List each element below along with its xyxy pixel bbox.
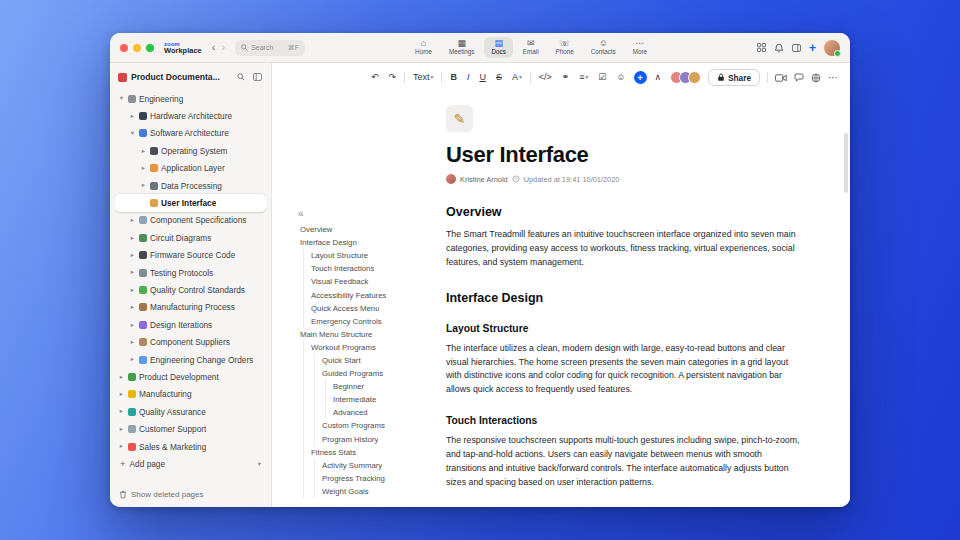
- sidebar-item-manufacturing-process[interactable]: ▸Manufacturing Process: [115, 299, 266, 316]
- sidebar-item-hardware-architecture[interactable]: ▸Hardware Architecture: [115, 107, 266, 124]
- undo-button[interactable]: ↶: [369, 72, 381, 83]
- minimize-button[interactable]: [133, 44, 141, 52]
- chevron-right-icon[interactable]: ▸: [140, 148, 147, 155]
- outline-item-guided-programs[interactable]: Guided Programs: [298, 367, 436, 380]
- tab-home[interactable]: ⌂Home: [408, 37, 439, 57]
- chevron-right-icon[interactable]: ▸: [118, 391, 125, 398]
- close-button[interactable]: [120, 44, 128, 52]
- insert-button[interactable]: +: [634, 71, 647, 84]
- text-style-button[interactable]: Text▾: [411, 72, 435, 83]
- chevron-down-icon[interactable]: ▾: [129, 130, 136, 137]
- sidebar-item-component-suppliers[interactable]: ▸Component Suppliers: [115, 333, 266, 350]
- sidebar-item-circuit-diagrams[interactable]: ▸Circuit Diagrams: [115, 229, 266, 246]
- outline-item-quick-access-menu[interactable]: Quick Access Menu: [298, 302, 436, 315]
- chevron-right-icon[interactable]: ▸: [118, 374, 125, 381]
- chevron-right-icon[interactable]: ▸: [129, 269, 136, 276]
- tab-phone[interactable]: ☏Phone: [549, 37, 581, 57]
- chevron-right-icon[interactable]: ▸: [118, 443, 125, 450]
- chevron-down-icon[interactable]: ▾: [118, 95, 125, 102]
- workspace-header[interactable]: Product Documenta...: [115, 67, 266, 90]
- checklist-button[interactable]: ☑: [596, 72, 608, 83]
- text-color-button[interactable]: A▾: [510, 72, 524, 83]
- chevron-right-icon[interactable]: ▸: [129, 304, 136, 311]
- tab-docs[interactable]: ▤Docs: [484, 37, 512, 57]
- chevron-right-icon[interactable]: ▸: [129, 252, 136, 259]
- collapse-outline-icon[interactable]: «: [298, 209, 304, 219]
- underline-button[interactable]: U: [477, 72, 488, 83]
- chevron-right-icon[interactable]: ▸: [129, 356, 136, 363]
- tab-meetings[interactable]: ▦Meetings: [442, 37, 482, 57]
- video-icon[interactable]: [775, 74, 787, 82]
- sidebar-item-user-interface[interactable]: User Interface: [115, 194, 266, 211]
- link-button[interactable]: ⚭: [560, 72, 572, 83]
- comment-icon[interactable]: [794, 73, 804, 82]
- outline-item-custom-programs[interactable]: Custom Programs: [298, 419, 436, 432]
- more-options-icon[interactable]: ⋯: [828, 73, 838, 83]
- outline-item-overview[interactable]: Overview: [298, 223, 436, 236]
- italic-button[interactable]: I: [465, 72, 472, 83]
- chevron-right-icon[interactable]: ▸: [129, 339, 136, 346]
- chevron-right-icon[interactable]: ▸: [118, 426, 125, 433]
- outline-item-layout-structure[interactable]: Layout Structure: [298, 249, 436, 262]
- outline-item-accessibility-features[interactable]: Accessibility Features: [298, 288, 436, 301]
- sidebar-item-operating-system[interactable]: ▸Operating System: [115, 142, 266, 159]
- chevron-right-icon[interactable]: ▸: [118, 408, 125, 415]
- sidebar-item-software-architecture[interactable]: ▾Software Architecture: [115, 125, 266, 142]
- collapse-toolbar-button[interactable]: ∧: [653, 72, 664, 83]
- chevron-right-icon[interactable]: ▸: [129, 287, 136, 294]
- outline-item-beginner[interactable]: Beginner: [298, 380, 436, 393]
- page-emoji-icon[interactable]: ✎: [446, 105, 473, 132]
- sidebar-item-testing-protocols[interactable]: ▸Testing Protocols: [115, 264, 266, 281]
- chevron-down-icon[interactable]: ▾: [258, 460, 261, 468]
- tab-contacts[interactable]: ☺Contacts: [584, 37, 623, 57]
- forward-button[interactable]: ›: [218, 42, 228, 53]
- sidebar-item-component-specifications[interactable]: ▸Component Specifications: [115, 212, 266, 229]
- redo-button[interactable]: ↷: [387, 72, 399, 83]
- outline-item-main-menu-structure[interactable]: Main Menu Structure: [298, 328, 436, 341]
- chevron-right-icon[interactable]: ▸: [140, 165, 147, 172]
- back-button[interactable]: ‹: [209, 42, 219, 53]
- outline-item-advanced[interactable]: Advanced: [298, 406, 436, 419]
- globe-icon[interactable]: [811, 73, 821, 83]
- share-button[interactable]: Share: [708, 69, 760, 86]
- maximize-button[interactable]: [146, 44, 154, 52]
- apps-grid-icon[interactable]: [757, 43, 766, 52]
- outline-item-fitness-stats[interactable]: Fitness Stats: [298, 446, 436, 459]
- notifications-bell-icon[interactable]: [774, 43, 784, 53]
- strikethrough-button[interactable]: S: [494, 72, 504, 83]
- sidebar-item-firmware-source-code[interactable]: ▸Firmware Source Code: [115, 247, 266, 264]
- sidebar-search-icon[interactable]: [235, 71, 247, 83]
- sidebar-item-customer-support[interactable]: ▸Customer Support: [115, 420, 266, 437]
- sidebar-item-application-layer[interactable]: ▸Application Layer: [115, 160, 266, 177]
- outline-item-visual-feedback[interactable]: Visual Feedback: [298, 275, 436, 288]
- tab-more[interactable]: ⋯More: [626, 37, 654, 57]
- sidebar-item-design-iterations[interactable]: ▸Design Iterations: [115, 316, 266, 333]
- outline-item-emergency-controls[interactable]: Emergency Controls: [298, 315, 436, 328]
- chevron-right-icon[interactable]: ▸: [129, 113, 136, 120]
- chevron-right-icon[interactable]: ▸: [129, 322, 136, 329]
- sidebar-item-engineering[interactable]: ▾Engineering: [115, 90, 266, 107]
- outline-item-intermediate[interactable]: Intermediate: [298, 393, 436, 406]
- collaborator-avatar[interactable]: [688, 71, 701, 84]
- collapse-sidebar-icon[interactable]: [251, 71, 263, 83]
- bullet-list-button[interactable]: ≡▾: [577, 72, 590, 83]
- new-plus-icon[interactable]: +: [809, 42, 816, 54]
- bold-button[interactable]: B: [448, 72, 459, 83]
- outline-item-activity-summary[interactable]: Activity Summary: [298, 459, 436, 472]
- outline-item-interface-design[interactable]: Interface Design: [298, 236, 436, 249]
- outline-item-touch-interactions[interactable]: Touch Interactions: [298, 262, 436, 275]
- sidebar-item-quality-assurance[interactable]: ▸Quality Assurance: [115, 403, 266, 420]
- sidebar-item-manufacturing[interactable]: ▸Manufacturing: [115, 386, 266, 403]
- code-block-button[interactable]: </>: [537, 72, 554, 83]
- sidebar-item-sales-marketing[interactable]: ▸Sales & Marketing: [115, 438, 266, 455]
- chevron-right-icon[interactable]: ▸: [129, 217, 136, 224]
- outline-item-quick-start[interactable]: Quick Start: [298, 354, 436, 367]
- chevron-right-icon[interactable]: ▸: [140, 182, 147, 189]
- tab-email[interactable]: ✉Email: [516, 37, 546, 57]
- outline-item-weight-goals[interactable]: Weight Goals: [298, 485, 436, 498]
- user-avatar[interactable]: [824, 40, 840, 56]
- add-page-button[interactable]: + Add page ▾: [115, 455, 266, 472]
- show-deleted-pages-button[interactable]: Show deleted pages: [115, 485, 266, 501]
- chevron-right-icon[interactable]: ▸: [129, 235, 136, 242]
- sidebar-item-quality-control-standards[interactable]: ▸Quality Control Standards: [115, 281, 266, 298]
